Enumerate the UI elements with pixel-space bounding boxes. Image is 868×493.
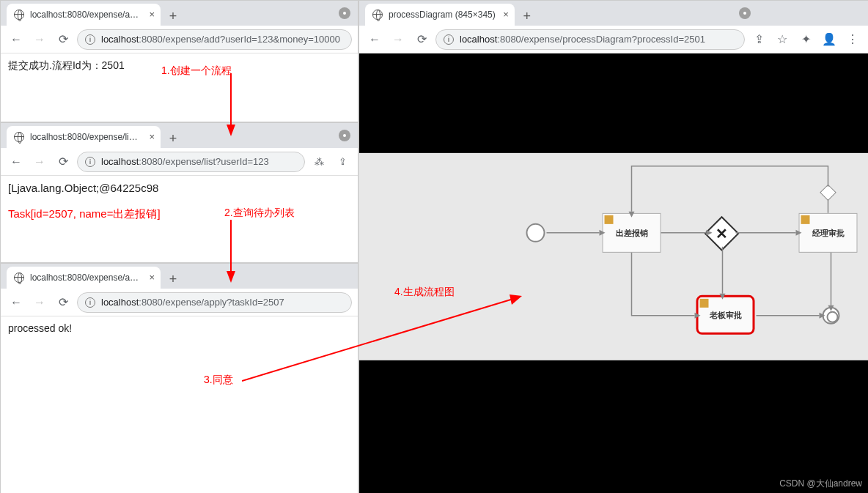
account-icon[interactable] [339, 7, 350, 19]
browser-window-list: localhost:8080/expense/list?u × + ← → ⟳ … [0, 122, 358, 263]
close-tab-icon[interactable]: × [149, 131, 155, 142]
extensions-icon[interactable]: ✦ [796, 30, 815, 49]
back-button[interactable]: ← [7, 293, 26, 312]
svg-marker-3 [720, 294, 726, 300]
browser-window-diagram: — ☐ ✕ processDiagram (845×345) × + ← → ⟳… [358, 0, 868, 493]
tab-strip: localhost:8080/expense/apply × + [1, 264, 358, 289]
tab-title: localhost:8080/expense/list?u [30, 132, 141, 142]
annotation-1: 1.创建一个流程 [161, 64, 232, 78]
tab-strip: localhost:8080/expense/add?u × + [1, 1, 358, 26]
globe-icon [14, 10, 24, 20]
globe-icon [14, 273, 24, 283]
account-icon[interactable] [739, 7, 751, 19]
info-icon[interactable]: i [85, 34, 95, 45]
new-tab-button[interactable]: + [163, 270, 183, 289]
account-icon[interactable] [339, 130, 350, 141]
tab-strip: processDiagram (845×345) × + [359, 1, 868, 26]
annotation-3: 3.同意 [204, 374, 233, 387]
globe-icon [372, 10, 383, 20]
svg-marker-5 [629, 212, 635, 218]
reload-button[interactable]: ⟳ [54, 30, 73, 49]
share-icon[interactable]: ⇪ [749, 30, 768, 49]
forward-button: → [30, 152, 49, 171]
tab-title: localhost:8080/expense/add?u [30, 10, 141, 20]
response-text: processed ok! [8, 322, 72, 334]
info-icon[interactable]: i [444, 34, 454, 45]
tab-strip: localhost:8080/expense/list?u × + [1, 123, 358, 148]
back-button[interactable]: ← [365, 30, 384, 49]
info-icon[interactable]: i [85, 157, 95, 167]
share-icon[interactable]: ⇪ [333, 152, 352, 171]
new-tab-button[interactable]: + [163, 129, 183, 148]
close-tab-icon[interactable]: × [149, 9, 155, 20]
reload-button[interactable]: ⟳ [54, 293, 73, 312]
reload-button[interactable]: ⟳ [412, 30, 431, 49]
forward-button: → [30, 30, 49, 49]
response-text: 提交成功.流程Id为：2501 [8, 59, 125, 71]
address-bar: ← → ⟳ i localhost:8080/expense/list?user… [1, 148, 358, 176]
page-content: processed ok! [1, 316, 358, 340]
address-bar: ← → ⟳ i localhost:8080/expense/apply?tas… [1, 289, 358, 316]
back-button[interactable]: ← [7, 152, 26, 171]
svg-marker-4 [820, 313, 825, 319]
url-input[interactable]: i localhost:8080/expense/apply?taskId=25… [77, 292, 352, 313]
url-input[interactable]: i localhost:8080/expense/list?userId=123 [77, 152, 305, 172]
new-tab-button[interactable]: + [518, 7, 537, 26]
url-text: localhost:8080/expense/processDiagram?pr… [460, 34, 705, 45]
forward-button: → [389, 30, 408, 49]
svg-marker-1 [707, 230, 713, 236]
svg-marker-0 [600, 230, 606, 236]
url-input[interactable]: i localhost:8080/expense/processDiagram?… [435, 29, 745, 50]
browser-tab[interactable]: processDiagram (845×345) × [365, 4, 515, 26]
close-tab-icon[interactable]: × [503, 9, 509, 20]
url-input[interactable]: i localhost:8080/expense/add?userId=123&… [77, 29, 352, 50]
back-button[interactable]: ← [7, 30, 26, 49]
reload-button[interactable]: ⟳ [54, 152, 73, 171]
browser-window-apply: localhost:8080/expense/apply × + ← → ⟳ i… [0, 263, 358, 493]
response-line2: Task[id=2507, name=出差报销] [8, 207, 350, 221]
address-bar: ← → ⟳ i localhost:8080/expense/processDi… [359, 26, 868, 53]
url-text: localhost:8080/expense/apply?taskId=2507 [101, 297, 284, 308]
new-tab-button[interactable]: + [163, 7, 183, 26]
url-text: localhost:8080/expense/add?userId=123&mo… [101, 34, 340, 45]
globe-icon [14, 132, 24, 142]
svg-marker-2 [796, 230, 802, 236]
menu-icon[interactable]: ⋮ [843, 30, 862, 49]
tab-title: processDiagram (845×345) [389, 10, 496, 20]
info-icon[interactable]: i [85, 297, 95, 308]
url-text: localhost:8080/expense/list?userId=123 [101, 156, 269, 167]
page-content: 出差报销 ✕ 经理审批 老板审批 [359, 53, 868, 493]
page-content: [Ljava.lang.Object;@64225c98 Task[id=250… [1, 176, 358, 227]
translate-icon[interactable]: ⁂ [309, 152, 328, 171]
svg-marker-6 [828, 305, 834, 311]
svg-marker-7 [695, 313, 701, 319]
address-bar: ← → ⟳ i localhost:8080/expense/add?userI… [1, 26, 358, 53]
response-line1: [Ljava.lang.Object;@64225c98 [8, 182, 350, 194]
bookmark-icon[interactable]: ☆ [773, 30, 792, 49]
annotation-2: 2.查询待办列表 [224, 207, 295, 220]
process-diagram-image: 出差报销 ✕ 经理审批 老板审批 [359, 153, 869, 360]
tab-title: localhost:8080/expense/apply [30, 273, 141, 283]
browser-tab[interactable]: localhost:8080/expense/add?u × [7, 4, 161, 26]
browser-tab[interactable]: localhost:8080/expense/apply × [7, 267, 161, 289]
forward-button: → [30, 293, 49, 312]
browser-tab[interactable]: localhost:8080/expense/list?u × [7, 126, 161, 148]
browser-window-add: localhost:8080/expense/add?u × + ← → ⟳ i… [0, 0, 358, 122]
close-tab-icon[interactable]: × [149, 272, 155, 283]
watermark: CSDN @大仙andrew [779, 478, 862, 490]
profile-icon[interactable]: 👤 [820, 30, 839, 49]
annotation-4: 4.生成流程图 [394, 286, 455, 299]
